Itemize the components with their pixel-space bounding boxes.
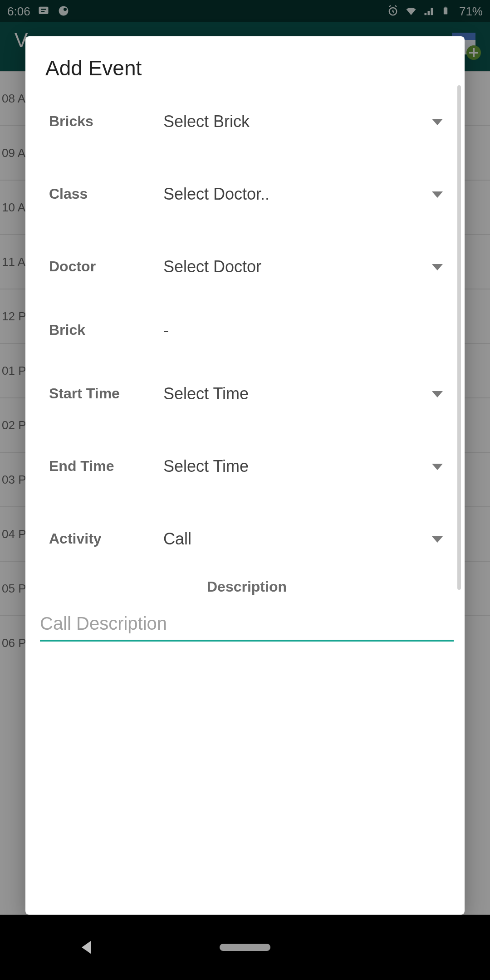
chevron-down-icon [432, 264, 443, 270]
description-heading: Description [40, 579, 454, 595]
chevron-down-icon [432, 536, 443, 542]
system-nav-bar [0, 915, 490, 980]
start-time-select-value: Select Time [158, 384, 249, 403]
doctor-select-value: Select Doctor [158, 257, 261, 276]
field-row-start-time: Start Time Select Time [40, 358, 454, 430]
label-brick: Brick [40, 322, 158, 338]
label-end-time: End Time [40, 458, 158, 475]
dialog-content: Bricks Select Brick Class Select Doctor.… [40, 85, 454, 915]
field-row-doctor: Doctor Select Doctor [40, 230, 454, 303]
label-activity: Activity [40, 531, 158, 547]
label-start-time: Start Time [40, 386, 158, 402]
dialog-title: Add Event [45, 56, 450, 81]
chevron-down-icon [432, 118, 443, 125]
label-doctor: Doctor [40, 259, 158, 275]
add-event-dialog: Add Event Bricks Select Brick Class Sele… [25, 36, 465, 915]
brick-value: - [158, 321, 454, 340]
class-select[interactable]: Select Doctor.. [158, 185, 454, 204]
field-row-brick: Brick - [40, 303, 454, 358]
field-row-bricks: Bricks Select Brick [40, 85, 454, 158]
activity-select[interactable]: Call [158, 529, 454, 549]
scrollbar[interactable] [457, 85, 461, 590]
bricks-select-value: Select Brick [158, 112, 250, 131]
label-bricks: Bricks [40, 113, 158, 130]
field-row-class: Class Select Doctor.. [40, 158, 454, 230]
back-icon[interactable] [82, 941, 91, 954]
activity-select-value: Call [158, 529, 191, 549]
start-time-select[interactable]: Select Time [158, 384, 454, 403]
field-row-end-time: End Time Select Time [40, 430, 454, 503]
home-pill[interactable] [220, 944, 270, 951]
end-time-select[interactable]: Select Time [158, 457, 454, 476]
label-class: Class [40, 186, 158, 202]
end-time-select-value: Select Time [158, 457, 249, 476]
chevron-down-icon [432, 191, 443, 197]
bricks-select[interactable]: Select Brick [158, 112, 454, 131]
chevron-down-icon [432, 463, 443, 470]
field-row-activity: Activity Call [40, 503, 454, 575]
description-input[interactable] [40, 610, 454, 642]
doctor-select[interactable]: Select Doctor [158, 257, 454, 276]
class-select-value: Select Doctor.. [158, 185, 270, 204]
chevron-down-icon [432, 391, 443, 397]
